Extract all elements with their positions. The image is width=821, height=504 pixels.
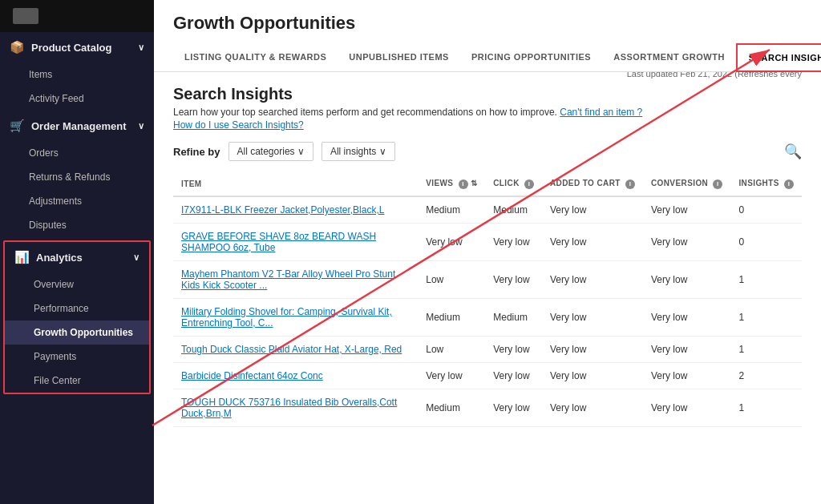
sidebar-item-adjustments[interactable]: Adjustments <box>0 189 154 213</box>
cell-click: Very low <box>485 261 542 299</box>
cell-added-to-cart: Very low <box>542 299 643 337</box>
table-row: TOUGH DUCK 753716 Insulated Bib Overalls… <box>173 389 802 427</box>
sidebar-item-overview[interactable]: Overview <box>5 272 149 296</box>
last-updated-text: Last updated Feb 21, 2022 (Refreshes eve… <box>627 72 802 79</box>
cell-views: Very low <box>418 363 485 389</box>
insights-filter-dropdown[interactable]: All insights ∨ <box>322 142 395 161</box>
cell-click: Medium <box>485 196 542 224</box>
sidebar-item-performance[interactable]: Performance <box>5 296 149 321</box>
sidebar-item-activity-feed[interactable]: Activity Feed <box>0 87 154 111</box>
table-row: Barbicide Disinfectant 64oz Conc Very lo… <box>173 363 802 389</box>
cell-conversion: Very low <box>643 299 730 337</box>
sidebar-item-file-center[interactable]: File Center <box>5 369 149 393</box>
col-header-conversion: CONVERSION i <box>643 172 730 196</box>
chevron-down-icon: ∨ <box>138 42 144 53</box>
sidebar: 📦 Product Catalog ∨ Items Activity Feed … <box>0 0 154 504</box>
search-icon[interactable]: 🔍 <box>784 143 802 160</box>
sidebar-item-payments[interactable]: Payments <box>5 345 149 369</box>
content-area: Search Insights Last updated Feb 21, 202… <box>154 72 821 504</box>
insights-info-icon[interactable]: i <box>784 179 794 189</box>
cell-views: Medium <box>418 389 485 427</box>
sidebar-item-orders[interactable]: Orders <box>0 141 154 165</box>
cell-conversion: Very low <box>643 224 730 261</box>
top-navigation: LISTING QUALITY & REWARDS UNPUBLISHED IT… <box>154 37 821 72</box>
category-filter-dropdown[interactable]: All categories ∨ <box>229 142 313 161</box>
cell-item: Military Folding Shovel for: Camping, Su… <box>173 299 418 337</box>
product-catalog-icon: 📦 <box>10 40 25 54</box>
item-link[interactable]: Barbicide Disinfectant 64oz Conc <box>181 370 323 381</box>
cell-item: TOUGH DUCK 753716 Insulated Bib Overalls… <box>173 389 418 427</box>
tab-search-insights[interactable]: SEARCH INSIGHTS <box>736 43 821 72</box>
click-info-icon[interactable]: i <box>524 179 534 189</box>
cell-click: Very low <box>485 389 542 427</box>
cell-insights: 0 <box>730 196 802 224</box>
tab-pricing-opportunities[interactable]: PRICING OPPORTUNITIES <box>460 44 602 71</box>
table-row: Mayhem Phantom V2 T-Bar Alloy Wheel Pro … <box>173 261 802 299</box>
analytics-icon: 📊 <box>14 250 30 264</box>
cell-added-to-cart: Very low <box>542 363 643 389</box>
sidebar-section-order-management: 🛒 Order Management ∨ Orders Returns & Re… <box>0 111 154 237</box>
cell-click: Medium <box>485 299 542 337</box>
refine-bar: Refine by All categories ∨ All insights … <box>173 142 802 161</box>
table-row: Military Folding Shovel for: Camping, Su… <box>173 299 802 337</box>
how-to-link: How do I use Search Insights? <box>173 119 802 131</box>
item-link[interactable]: Military Folding Shovel for: Camping, Su… <box>181 306 392 329</box>
cell-added-to-cart: Very low <box>542 224 643 261</box>
cell-click: Very low <box>485 337 542 363</box>
item-link[interactable]: Tough Duck Classic Plaid Aviator Hat, X-… <box>181 344 402 355</box>
chevron-down-icon-2: ∨ <box>138 121 144 131</box>
cell-conversion: Very low <box>643 337 730 363</box>
sidebar-section-product-catalog: 📦 Product Catalog ∨ Items Activity Feed <box>0 32 154 111</box>
item-link[interactable]: TOUGH DUCK 753716 Insulated Bib Overalls… <box>181 397 397 419</box>
item-link[interactable]: GRAVE BEFORE SHAVE 8oz BEARD WASH SHAMPO… <box>181 231 376 253</box>
tab-listing-quality[interactable]: LISTING QUALITY & REWARDS <box>173 44 338 71</box>
logo-box <box>13 8 38 24</box>
cell-insights: 1 <box>730 299 802 337</box>
sidebar-item-disputes[interactable]: Disputes <box>0 213 154 237</box>
cell-item: GRAVE BEFORE SHAVE 8oz BEARD WASH SHAMPO… <box>173 224 418 261</box>
conversion-info-icon[interactable]: i <box>713 179 722 189</box>
cell-added-to-cart: Very low <box>542 389 643 427</box>
description-text: Learn how your top searched items perfor… <box>173 107 802 118</box>
views-info-icon[interactable]: i <box>459 179 468 189</box>
cell-click: Very low <box>485 363 542 389</box>
table-row: Tough Duck Classic Plaid Aviator Hat, X-… <box>173 337 802 363</box>
main-content: Growth Opportunities LISTING QUALITY & R… <box>154 0 821 504</box>
table-row: I7X911-L-BLK Freezer Jacket,Polyester,Bl… <box>173 196 802 224</box>
cell-item: Barbicide Disinfectant 64oz Conc <box>173 363 418 389</box>
item-link[interactable]: Mayhem Phantom V2 T-Bar Alloy Wheel Pro … <box>181 268 395 291</box>
cell-conversion: Very low <box>643 196 730 224</box>
chevron-down-icon-3: ∨ <box>133 252 140 263</box>
cell-conversion: Very low <box>643 261 730 299</box>
sidebar-item-growth-opportunities[interactable]: Growth Opportunities <box>5 321 149 345</box>
analytics-section-highlight: 📊 Analytics ∨ Overview Performance Growt… <box>3 240 151 394</box>
how-to-anchor[interactable]: How do I use Search Insights? <box>173 119 304 131</box>
tab-unpublished-items[interactable]: UNPUBLISHED ITEMS <box>338 44 460 71</box>
cell-insights: 2 <box>730 363 802 389</box>
sidebar-group-product-catalog[interactable]: 📦 Product Catalog ∨ <box>0 32 154 62</box>
cell-item: I7X911-L-BLK Freezer Jacket,Polyester,Bl… <box>173 196 418 224</box>
tab-assortment-growth[interactable]: ASSORTMENT GROWTH <box>602 44 736 71</box>
cell-views: Low <box>418 261 485 299</box>
col-header-views: VIEWS i ⇅ <box>418 172 485 196</box>
col-header-insights: INSIGHTS i <box>730 172 802 196</box>
order-management-icon: 🛒 <box>10 119 25 133</box>
sidebar-group-label-analytics: Analytics <box>36 252 83 264</box>
cell-views: Low <box>418 337 485 363</box>
cell-insights: 1 <box>730 261 802 299</box>
sidebar-item-items[interactable]: Items <box>0 62 154 87</box>
col-header-click: CLICK i <box>485 172 542 196</box>
cant-find-link[interactable]: Can't find an item ? <box>560 107 642 118</box>
item-link[interactable]: I7X911-L-BLK Freezer Jacket,Polyester,Bl… <box>181 204 384 216</box>
sidebar-group-analytics[interactable]: 📊 Analytics ∨ <box>5 242 149 272</box>
cart-info-icon[interactable]: i <box>625 179 635 189</box>
table-row: GRAVE BEFORE SHAVE 8oz BEARD WASH SHAMPO… <box>173 224 802 261</box>
cell-conversion: Very low <box>643 389 730 427</box>
sidebar-group-order-management[interactable]: 🛒 Order Management ∨ <box>0 111 154 141</box>
views-sort-icon[interactable]: ⇅ <box>471 179 477 187</box>
sidebar-item-returns-refunds[interactable]: Returns & Refunds <box>0 165 154 189</box>
col-header-item: ITEM <box>173 172 418 196</box>
cell-item: Tough Duck Classic Plaid Aviator Hat, X-… <box>173 337 418 363</box>
sidebar-group-label-order-management: Order Management <box>31 120 126 132</box>
search-insights-table: ITEM VIEWS i ⇅ CLICK i ADDED TO CART i <box>173 172 802 427</box>
